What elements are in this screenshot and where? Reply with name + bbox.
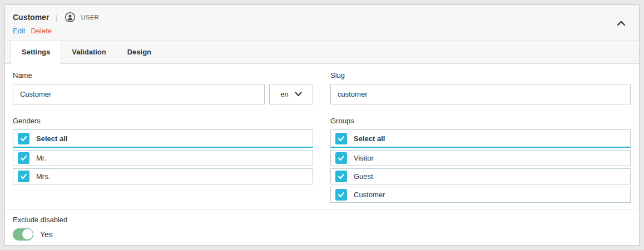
language-select[interactable]: en xyxy=(269,84,313,104)
group-option-row[interactable]: Guest xyxy=(330,168,631,184)
checkbox-checked-icon[interactable] xyxy=(18,133,29,144)
entity-panel: Customer | USER Edit Delete Settings Val… xyxy=(4,4,640,246)
group-option-label: Customer xyxy=(354,191,385,199)
gender-option-label: Mrs. xyxy=(36,172,50,181)
exclude-disabled-toggle[interactable] xyxy=(13,228,33,241)
slug-input[interactable] xyxy=(330,84,631,104)
genders-field-group: Genders Select all Mr. xyxy=(13,117,313,203)
tab-strip: Settings Validation Design xyxy=(5,41,639,64)
gender-option-label: Mr. xyxy=(36,154,46,162)
chevron-down-icon xyxy=(295,90,302,98)
checkbox-checked-icon[interactable] xyxy=(18,152,29,164)
genders-label: Genders xyxy=(13,117,313,125)
tab-design[interactable]: Design xyxy=(117,41,162,63)
groups-field-group: Groups Select all Visitor xyxy=(330,117,631,203)
groups-list: Select all Visitor Guest xyxy=(330,129,631,203)
delete-link[interactable]: Delete xyxy=(31,27,52,35)
exclude-disabled-section: Exclude disabled Yes xyxy=(5,209,639,250)
name-label: Name xyxy=(13,71,313,79)
toggle-value-label: Yes xyxy=(40,230,53,239)
select-all-label: Select all xyxy=(354,134,385,143)
groups-label: Groups xyxy=(330,117,631,125)
gender-option-row[interactable]: Mr. xyxy=(13,150,313,166)
user-circle-icon xyxy=(65,12,76,23)
settings-tab-content: Name en Slug xyxy=(5,64,639,209)
tab-settings[interactable]: Settings xyxy=(11,41,61,64)
title-separator: | xyxy=(56,13,57,22)
collapse-chevron-up-icon[interactable] xyxy=(617,18,627,26)
checkbox-checked-icon[interactable] xyxy=(335,189,347,201)
group-option-label: Guest xyxy=(354,172,373,181)
group-option-row[interactable]: Customer xyxy=(330,187,631,203)
tab-validation[interactable]: Validation xyxy=(61,41,116,63)
genders-list: Select all Mr. Mrs. xyxy=(13,129,313,184)
group-option-row[interactable]: Visitor xyxy=(330,150,631,166)
checkbox-checked-icon[interactable] xyxy=(18,171,29,182)
checkbox-checked-icon[interactable] xyxy=(335,133,347,144)
name-field-group: Name en xyxy=(13,71,313,104)
panel-header: Customer | USER Edit Delete xyxy=(5,5,639,41)
genders-select-all-row[interactable]: Select all xyxy=(13,129,313,148)
edit-link[interactable]: Edit xyxy=(13,27,25,35)
select-all-label: Select all xyxy=(36,134,67,143)
exclude-disabled-label: Exclude disabled xyxy=(13,216,631,224)
entity-type-label: USER xyxy=(81,14,100,21)
name-input[interactable] xyxy=(13,84,265,104)
group-option-label: Visitor xyxy=(354,154,374,162)
language-select-value: en xyxy=(280,90,288,98)
groups-select-all-row[interactable]: Select all xyxy=(330,129,631,148)
checkbox-checked-icon[interactable] xyxy=(335,171,347,182)
slug-label: Slug xyxy=(330,71,631,79)
slug-field-group: Slug xyxy=(330,71,631,104)
toggle-knob xyxy=(22,228,33,240)
page-title: Customer xyxy=(13,13,49,22)
checkbox-checked-icon[interactable] xyxy=(335,152,347,164)
gender-option-row[interactable]: Mrs. xyxy=(13,168,313,184)
